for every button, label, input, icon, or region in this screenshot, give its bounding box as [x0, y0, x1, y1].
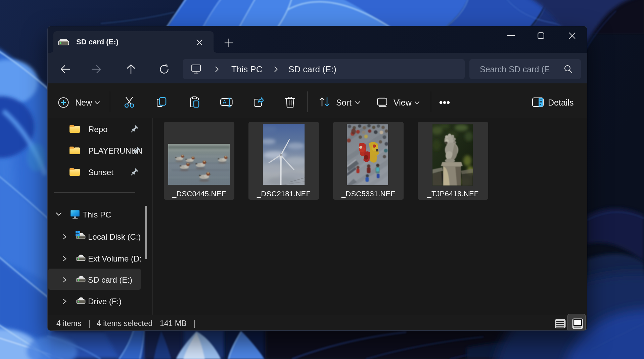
svg-text:A: A: [223, 99, 227, 106]
